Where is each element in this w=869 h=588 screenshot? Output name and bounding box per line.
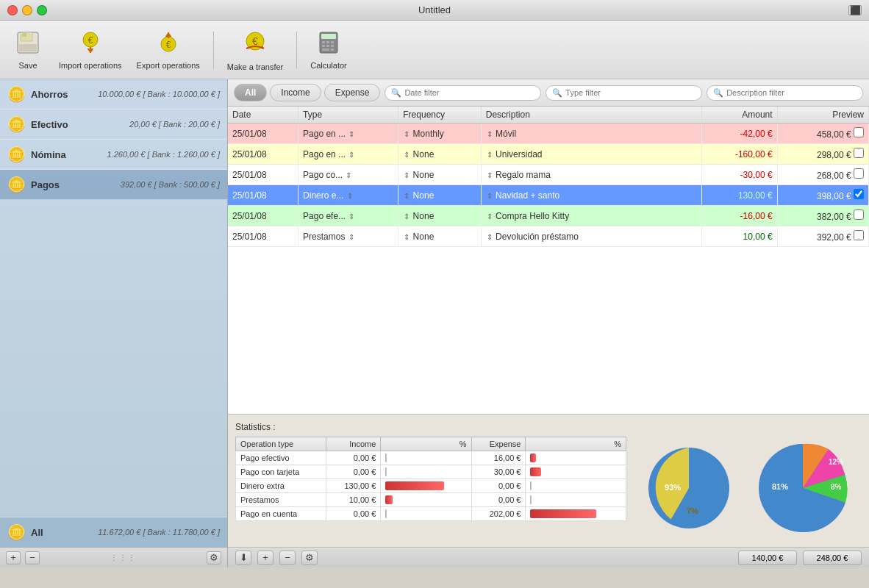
cell-preview: 382,00 € bbox=[777, 206, 868, 226]
freq-arrow-up[interactable]: ⇕ bbox=[404, 130, 410, 138]
stats-cell-expense: 202,00 € bbox=[471, 507, 526, 521]
desc-arrow[interactable]: ⇕ bbox=[487, 171, 493, 179]
sort-arrow[interactable]: ⇕ bbox=[346, 171, 351, 179]
table-row[interactable]: 25/01/08 Pago efe... ⇕ ⇕ None ⇕ Compra H… bbox=[228, 206, 869, 226]
charts-wrap: 93% 7% 81% bbox=[634, 437, 862, 539]
save-button[interactable]: Save bbox=[6, 26, 50, 73]
remove-account-button[interactable]: − bbox=[25, 551, 40, 564]
sort-arrow[interactable]: ⇕ bbox=[348, 212, 354, 220]
window-controls[interactable] bbox=[7, 5, 47, 15]
account-settings-button[interactable]: ⚙ bbox=[207, 551, 221, 564]
resize-icon[interactable]: ⬛ bbox=[848, 5, 862, 15]
freq-arrow-up[interactable]: ⇕ bbox=[404, 212, 410, 220]
freq-arrow-up[interactable]: ⇕ bbox=[404, 192, 410, 200]
content-download-button[interactable]: ⬇ bbox=[235, 551, 251, 565]
account-balance: 1.260,00 € [ Bank : 1.260,00 € ] bbox=[107, 150, 220, 159]
col-type[interactable]: Type bbox=[298, 107, 398, 123]
table-row[interactable]: 25/01/08 Pago en ... ⇕ ⇕ Monthly ⇕ Móvil… bbox=[228, 123, 869, 144]
table-row[interactable]: 25/01/08 Dinero e... ⇕ ⇕ None ⇕ Navidad … bbox=[228, 185, 869, 206]
row-checkbox[interactable] bbox=[854, 189, 864, 199]
desc-arrow[interactable]: ⇕ bbox=[487, 192, 493, 200]
stats-cell-income-bar bbox=[381, 465, 471, 479]
svg-text:93%: 93% bbox=[665, 483, 681, 492]
cell-amount: -160,00 € bbox=[701, 144, 777, 165]
content-remove-button[interactable]: − bbox=[279, 551, 296, 565]
cell-amount: -42,00 € bbox=[701, 123, 777, 144]
svg-rect-15 bbox=[326, 41, 329, 43]
cell-type: Pago en ... ⇕ bbox=[298, 144, 398, 165]
table-row[interactable]: 25/01/08 Pago en ... ⇕ ⇕ None ⇕ Universi… bbox=[228, 144, 869, 165]
sort-arrow[interactable]: ⇕ bbox=[348, 233, 354, 241]
make-transfer-button[interactable]: € Make a transfer bbox=[221, 25, 289, 74]
row-checkbox[interactable] bbox=[854, 148, 864, 158]
account-item-pagos[interactable]: 🪙 Pagos 392,00 € [ Bank : 500,00 € ] bbox=[0, 170, 227, 200]
svg-rect-14 bbox=[322, 41, 325, 43]
account-balance: 10.000,00 € [ Bank : 10.000,00 € ] bbox=[98, 90, 220, 98]
type-filter-search[interactable]: 🔍 bbox=[546, 85, 702, 101]
income-pie-chart: 93% 7% bbox=[641, 440, 737, 536]
content-settings-button[interactable]: ⚙ bbox=[301, 551, 318, 565]
sidebar-bottom-bar: + − ⋮⋮⋮ ⚙ bbox=[0, 547, 227, 567]
cell-frequency: ⇕ Monthly bbox=[398, 123, 482, 144]
import-icon: € bbox=[77, 29, 104, 60]
cell-type: Pago co... ⇕ bbox=[298, 165, 398, 185]
desc-arrow[interactable]: ⇕ bbox=[487, 130, 493, 138]
filter-tab-expense[interactable]: Expense bbox=[324, 84, 381, 101]
add-account-button[interactable]: + bbox=[6, 551, 21, 564]
account-item-nómina[interactable]: 🪙 Nómina 1.260,00 € [ Bank : 1.260,00 € … bbox=[0, 140, 227, 170]
calculator-button[interactable]: Calculator bbox=[304, 26, 353, 73]
col-date[interactable]: Date bbox=[228, 107, 298, 123]
row-checkbox[interactable] bbox=[854, 127, 864, 137]
col-description[interactable]: Description bbox=[481, 107, 701, 123]
freq-arrow-up[interactable]: ⇕ bbox=[404, 233, 410, 241]
save-icon bbox=[15, 29, 41, 60]
svg-text:€: € bbox=[252, 35, 258, 47]
minimize-button[interactable] bbox=[22, 5, 32, 15]
date-filter-search[interactable]: 🔍 bbox=[385, 85, 541, 101]
stats-cell-expense-bar bbox=[526, 479, 626, 493]
account-item-efectivo[interactable]: 🪙 Efectivo 20,00 € [ Bank : 20,00 € ] bbox=[0, 110, 227, 140]
freq-arrow-up[interactable]: ⇕ bbox=[404, 171, 410, 179]
filter-tab-all[interactable]: All bbox=[234, 84, 267, 101]
desc-arrow[interactable]: ⇕ bbox=[487, 233, 493, 241]
sort-arrow[interactable]: ⇕ bbox=[348, 151, 354, 159]
account-item-ahorros[interactable]: 🪙 Ahorros 10.000,00 € [ Bank : 10.000,00… bbox=[0, 79, 227, 110]
col-preview[interactable]: Preview bbox=[777, 107, 868, 123]
filter-tab-income[interactable]: Income bbox=[270, 84, 321, 101]
transfer-icon: € bbox=[240, 28, 270, 61]
desc-filter-search[interactable]: 🔍 bbox=[707, 85, 863, 101]
sort-arrow[interactable]: ⇕ bbox=[348, 130, 354, 138]
col-amount[interactable]: Amount bbox=[701, 107, 777, 123]
row-checkbox[interactable] bbox=[854, 209, 864, 220]
export-operations-button[interactable]: € Export operations bbox=[131, 26, 206, 73]
content-add-button[interactable]: + bbox=[257, 551, 273, 565]
stats-row: Pago con tarjeta 0,00 € 30,00 € bbox=[236, 465, 626, 479]
row-checkbox[interactable] bbox=[854, 168, 864, 179]
cell-amount: 10,00 € bbox=[701, 226, 777, 247]
statistics-content: Operation type Income % Expense % Pago e… bbox=[235, 437, 862, 539]
col-frequency[interactable]: Frequency bbox=[398, 107, 482, 123]
account-balance: 392,00 € [ Bank : 500,00 € ] bbox=[121, 180, 220, 189]
close-button[interactable] bbox=[7, 5, 18, 15]
stats-col-type: Operation type bbox=[236, 437, 326, 451]
stats-cell-expense: 30,00 € bbox=[471, 465, 526, 479]
sort-arrow[interactable]: ⇕ bbox=[347, 192, 353, 200]
svg-rect-2 bbox=[22, 32, 26, 37]
row-checkbox[interactable] bbox=[854, 230, 864, 240]
table-row[interactable]: 25/01/08 Prestamos ⇕ ⇕ None ⇕ Devolución… bbox=[228, 226, 869, 247]
desc-arrow[interactable]: ⇕ bbox=[487, 212, 493, 220]
desc-filter-input[interactable] bbox=[726, 88, 857, 97]
table-row[interactable]: 25/01/08 Pago co... ⇕ ⇕ None ⇕ Regalo ma… bbox=[228, 165, 869, 185]
account-icon: 🪙 bbox=[7, 146, 25, 163]
cell-preview: 398,00 € bbox=[777, 185, 868, 206]
import-operations-button[interactable]: € Import operations bbox=[53, 26, 128, 73]
type-filter-input[interactable] bbox=[565, 88, 695, 97]
stats-cell-income-bar bbox=[381, 507, 471, 521]
desc-arrow[interactable]: ⇕ bbox=[487, 151, 493, 159]
maximize-button[interactable] bbox=[37, 5, 47, 15]
stats-row: Pago en cuenta 0,00 € 202,00 € bbox=[236, 507, 626, 521]
cell-preview: 268,00 € bbox=[777, 165, 868, 185]
date-filter-input[interactable] bbox=[404, 88, 534, 97]
stats-header-row: Operation type Income % Expense % bbox=[236, 437, 626, 451]
freq-arrow-up[interactable]: ⇕ bbox=[404, 151, 410, 159]
